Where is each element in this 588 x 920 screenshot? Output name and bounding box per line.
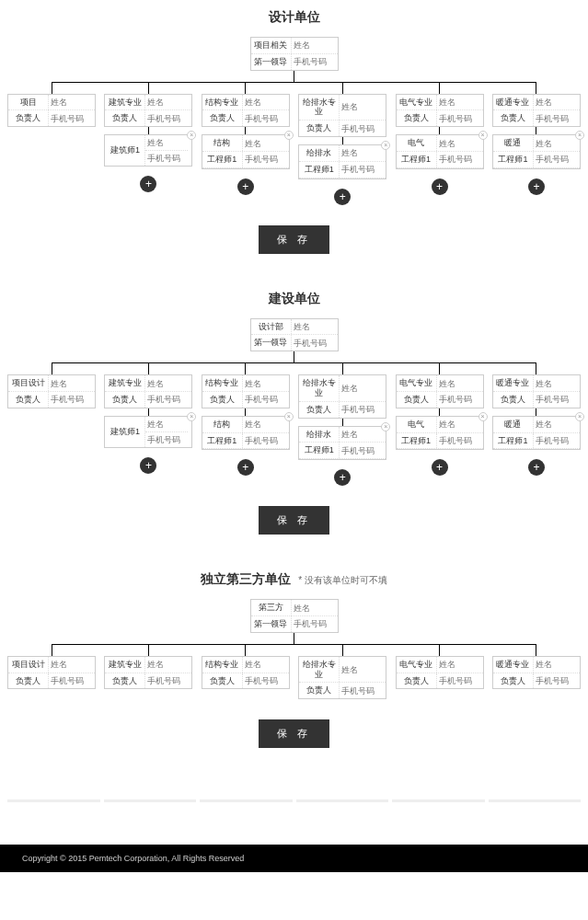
node-input[interactable]: [243, 392, 289, 407]
node-input[interactable]: [145, 151, 188, 166]
node-input[interactable]: [145, 673, 191, 688]
node-input[interactable]: [49, 657, 95, 672]
node-input[interactable]: [437, 111, 483, 126]
add-node-button[interactable]: +: [334, 189, 351, 205]
connector: [294, 71, 294, 82]
node-input[interactable]: [340, 443, 386, 458]
node-input[interactable]: [243, 136, 289, 151]
add-node-button[interactable]: +: [237, 459, 254, 476]
node-input[interactable]: [340, 121, 386, 136]
node-input[interactable]: [243, 433, 289, 448]
node-input[interactable]: [340, 381, 386, 396]
add-node-button[interactable]: +: [432, 459, 448, 476]
node-input[interactable]: [534, 392, 580, 407]
node-input[interactable]: [437, 417, 483, 431]
node-input[interactable]: [340, 145, 386, 160]
node-input[interactable]: [437, 152, 483, 167]
node-input[interactable]: [534, 657, 580, 672]
node-input[interactable]: [145, 376, 191, 391]
node-input[interactable]: [243, 657, 289, 672]
add-node-button[interactable]: +: [528, 459, 545, 476]
node-input[interactable]: [145, 135, 188, 151]
remove-node-button[interactable]: ×: [284, 131, 294, 140]
node-input[interactable]: [49, 111, 95, 126]
node-input[interactable]: [534, 433, 580, 448]
save-button[interactable]: 保 存: [259, 719, 329, 748]
node-input[interactable]: [437, 657, 483, 672]
remove-node-button[interactable]: ×: [187, 131, 196, 140]
node-input[interactable]: [534, 417, 580, 431]
connector: [148, 127, 149, 134]
node-input[interactable]: [534, 673, 580, 688]
node-input[interactable]: [292, 38, 338, 52]
remove-node-button[interactable]: ×: [381, 422, 390, 431]
node-input[interactable]: [437, 433, 483, 448]
node-input[interactable]: [49, 673, 95, 688]
node-input[interactable]: [437, 376, 483, 391]
node-input[interactable]: [292, 336, 338, 351]
add-node-button[interactable]: +: [528, 178, 545, 195]
node-input[interactable]: [340, 427, 386, 442]
node-input[interactable]: [145, 417, 188, 432]
node-input[interactable]: [49, 376, 95, 391]
node-input[interactable]: [534, 136, 580, 151]
node-input[interactable]: [534, 95, 580, 109]
node-input[interactable]: [145, 111, 191, 126]
node-input[interactable]: [437, 673, 483, 688]
node-input[interactable]: [292, 601, 338, 615]
remove-node-button[interactable]: ×: [575, 131, 584, 140]
add-node-button[interactable]: +: [140, 176, 156, 192]
node-input[interactable]: [340, 402, 386, 417]
node-input[interactable]: [534, 111, 580, 126]
org-column: 结构专业负责人: [200, 645, 292, 699]
node-input[interactable]: [243, 376, 289, 391]
node-input[interactable]: [292, 54, 338, 69]
node-input[interactable]: [145, 392, 191, 407]
remove-node-button[interactable]: ×: [381, 141, 390, 150]
node-input[interactable]: [437, 136, 483, 151]
node-input[interactable]: [437, 95, 483, 109]
node-input[interactable]: [292, 616, 338, 631]
save-button[interactable]: 保 存: [259, 225, 329, 254]
save-button[interactable]: 保 存: [259, 506, 329, 535]
remove-node-button[interactable]: ×: [575, 412, 584, 421]
node-input[interactable]: [49, 95, 95, 109]
org-node: 暖通专业负责人: [492, 374, 581, 408]
node-input[interactable]: [243, 111, 289, 126]
node-input[interactable]: [340, 684, 386, 698]
remove-node-button[interactable]: ×: [284, 412, 294, 421]
node-input[interactable]: [292, 319, 338, 334]
node-input[interactable]: [243, 417, 289, 431]
node-input[interactable]: [243, 673, 289, 688]
node-input[interactable]: [145, 432, 188, 447]
node-input[interactable]: [340, 162, 386, 177]
node-label: 给排水: [299, 427, 340, 443]
node-input[interactable]: [243, 95, 289, 109]
remove-node-button[interactable]: ×: [478, 412, 488, 421]
add-node-button[interactable]: +: [140, 457, 156, 474]
connector: [536, 363, 536, 374]
org-sub-node: 建筑师1×: [104, 134, 192, 167]
node-input[interactable]: [340, 662, 386, 677]
connector: [439, 127, 440, 134]
add-node-button[interactable]: +: [334, 469, 351, 486]
add-node-button[interactable]: +: [237, 178, 254, 195]
org-row: 项目负责人建筑专业负责人建筑师1×+结构专业负责人结构工程师1×+给排水专业负责…: [6, 83, 582, 205]
node-input[interactable]: [437, 392, 483, 407]
page-divider: [0, 794, 588, 808]
connector: [439, 83, 440, 94]
add-node-button[interactable]: +: [432, 178, 448, 195]
node-label: 负责人: [493, 673, 534, 689]
node-input[interactable]: [243, 152, 289, 167]
remove-node-button[interactable]: ×: [187, 412, 196, 421]
node-label: 负责人: [202, 392, 243, 408]
org-node: 建筑专业负责人: [104, 656, 192, 690]
node-input[interactable]: [145, 95, 191, 109]
node-input[interactable]: [534, 152, 580, 167]
org-column: 电气专业负责人电气工程师1×+: [394, 363, 486, 486]
remove-node-button[interactable]: ×: [478, 131, 488, 140]
node-input[interactable]: [145, 657, 191, 672]
node-input[interactable]: [340, 99, 386, 114]
node-input[interactable]: [534, 376, 580, 391]
node-input[interactable]: [49, 392, 95, 407]
